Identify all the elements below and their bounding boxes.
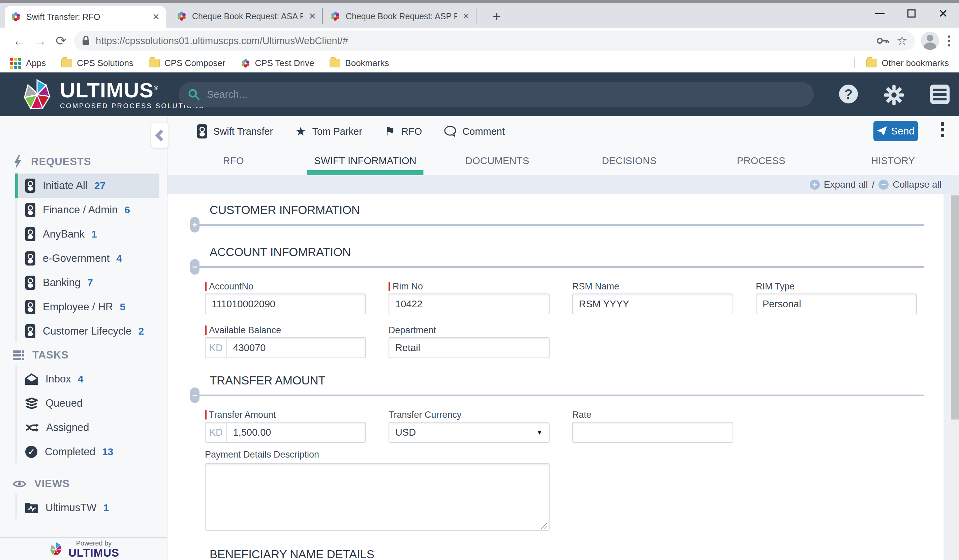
settings-gear-icon[interactable]: [884, 84, 905, 105]
ultimus-favicon: [11, 12, 21, 22]
help-icon[interactable]: ?: [839, 84, 858, 103]
apps-shortcut[interactable]: Apps: [10, 57, 46, 69]
eye-icon: [13, 479, 26, 488]
sidebar-item-anybank[interactable]: AnyBank 1: [15, 222, 159, 246]
inner-scrollbar-track[interactable]: [943, 194, 951, 560]
shuffle-icon: [25, 423, 39, 433]
expand-all-icon[interactable]: +: [810, 180, 820, 190]
browser-profile-avatar[interactable]: [921, 32, 939, 50]
tab-close-icon[interactable]: ✕: [152, 13, 160, 21]
active-tab-underline: [307, 170, 424, 175]
department-input[interactable]: [389, 338, 549, 358]
browser-tab[interactable]: Cheque Book Request: ASP Proce ✕: [324, 8, 476, 24]
bookmark-cps-test-drive[interactable]: CPS Test Drive: [241, 58, 314, 68]
inbox-icon: [25, 373, 38, 385]
send-button[interactable]: Send: [873, 121, 918, 141]
request-label: ⚑ RFO: [384, 125, 422, 137]
tab-swift-information[interactable]: SWIFT INFORMATION: [299, 146, 432, 175]
new-tab-button[interactable]: +: [493, 9, 501, 25]
ultimus-hex-logo-icon: [48, 541, 64, 557]
payment-details-textarea[interactable]: [205, 463, 550, 531]
collapse-all-link[interactable]: Collapse all: [893, 179, 941, 190]
rim-type-input[interactable]: [757, 294, 916, 314]
bookmark-cps-solutions[interactable]: CPS Solutions: [61, 58, 134, 68]
sidebar-item-employee-hr[interactable]: Employee / HR 5: [15, 295, 159, 319]
sidebar-item-e-government[interactable]: e-Government 4: [15, 246, 159, 270]
process-icon: [25, 227, 35, 241]
tab-documents[interactable]: DOCUMENTS: [431, 146, 563, 175]
request-owner[interactable]: ★ Tom Parker: [295, 125, 362, 137]
process-icon: [25, 203, 35, 217]
app-menu-icon[interactable]: [930, 84, 949, 104]
expand-all-link[interactable]: Expand all: [824, 179, 868, 190]
section-expand-toggle[interactable]: +: [190, 217, 199, 232]
bookmark-bookmarks[interactable]: Bookmarks: [330, 58, 389, 68]
request-header-bar: Swift Transfer ★ Tom Parker ⚑ RFO Commen…: [167, 116, 959, 146]
rate-input[interactable]: [573, 423, 733, 442]
more-options-icon[interactable]: [941, 123, 944, 137]
field-department: Department: [389, 323, 550, 358]
sidebar-item-completed[interactable]: ✓ Completed 13: [15, 440, 159, 464]
folder-icon: [330, 59, 340, 67]
window-close-button[interactable]: ✕: [927, 3, 959, 24]
powered-by-footer: Powered by ULTIMUS: [0, 537, 167, 560]
tab-decisions[interactable]: DECISIONS: [563, 146, 696, 175]
sidebar-item-banking[interactable]: Banking 7: [15, 270, 159, 295]
count-badge: 1: [104, 502, 109, 514]
other-bookmarks[interactable]: Other bookmarks: [854, 58, 949, 68]
transfer-amount-input[interactable]: [227, 423, 365, 442]
sidebar-item-inbox[interactable]: Inbox 4: [15, 367, 159, 391]
browser-toolbar: ← → ⟳ https://cpssolutions01.ultimuscps.…: [0, 28, 959, 54]
tab-close-icon[interactable]: ✕: [309, 12, 316, 21]
field-transfer-amount: Transfer Amount KD: [205, 408, 366, 443]
sidebar-item-ultimustw[interactable]: UltimusTW 1: [15, 496, 159, 520]
transfer-currency-select[interactable]: USD ▼: [389, 422, 550, 443]
window-maximize-button[interactable]: [896, 3, 927, 24]
key-icon[interactable]: [876, 37, 889, 45]
bookmark-star-icon[interactable]: ☆: [897, 34, 908, 48]
tab-rfo[interactable]: RFO: [167, 146, 299, 175]
expand-collapse-bar: + Expand all / − Collapse all: [167, 175, 959, 194]
account-no-input[interactable]: [206, 294, 365, 314]
browser-tab[interactable]: Cheque Book Request: ASA Proce ✕: [170, 8, 323, 24]
sidebar-item-customer-lifecycle[interactable]: Customer Lifecycle 2: [15, 319, 159, 344]
folder-icon: [149, 59, 160, 67]
back-button[interactable]: ←: [9, 34, 30, 48]
check-circle-icon: ✓: [25, 446, 37, 458]
sidebar-item-queued[interactable]: Queued: [15, 391, 159, 415]
forward-button[interactable]: →: [30, 34, 51, 48]
process-icon: [25, 300, 35, 314]
chevron-left-icon: [153, 127, 166, 144]
bookmark-cps-composer[interactable]: CPS Composer: [149, 58, 225, 68]
tab-close-icon[interactable]: ✕: [462, 12, 470, 21]
section-collapse-toggle[interactable]: −: [190, 259, 199, 275]
address-bar[interactable]: https://cpssolutions01.ultimuscps.com/Ul…: [74, 31, 915, 51]
collapse-all-icon[interactable]: −: [878, 180, 889, 190]
count-badge: 13: [102, 446, 113, 458]
section-title-customer-information: CUSTOMER INFORMATION: [210, 203, 959, 216]
browser-menu-icon[interactable]: [948, 35, 950, 46]
required-marker: [205, 326, 207, 335]
rim-no-input[interactable]: [389, 294, 549, 314]
process-icon: [25, 251, 35, 266]
tab-process[interactable]: PROCESS: [695, 146, 827, 175]
global-search-input[interactable]: Search...: [178, 82, 814, 107]
page-scrollbar-thumb[interactable]: [951, 196, 959, 420]
comment-button[interactable]: Comment: [444, 126, 505, 137]
page-scrollbar-track[interactable]: [951, 194, 959, 560]
ultimus-logo: ULTIMUS® COMPOSED PROCESS SOLUTIONS: [19, 77, 205, 112]
rsm-name-input[interactable]: [573, 294, 733, 314]
tab-history[interactable]: HISTORY: [827, 146, 959, 175]
reload-button[interactable]: ⟳: [51, 33, 72, 48]
window-minimize-button[interactable]: [864, 3, 896, 24]
sidebar-item-assigned[interactable]: Assigned: [15, 415, 159, 440]
sidebar-item-finance-admin[interactable]: Finance / Admin 6: [15, 198, 159, 222]
sidebar-item-initiate-all[interactable]: Initiate All 27: [15, 173, 159, 198]
bookmarks-bar: Apps CPS Solutions CPS Composer CPS Test…: [0, 54, 959, 72]
sidebar-collapse-button[interactable]: [151, 123, 169, 148]
required-marker: [205, 282, 207, 291]
browser-tab-active[interactable]: Swift Transfer: RFO ✕: [5, 6, 166, 28]
available-balance-input[interactable]: [227, 338, 365, 358]
dropdown-arrow-icon: ▼: [536, 429, 543, 436]
section-collapse-toggle[interactable]: −: [190, 388, 199, 403]
